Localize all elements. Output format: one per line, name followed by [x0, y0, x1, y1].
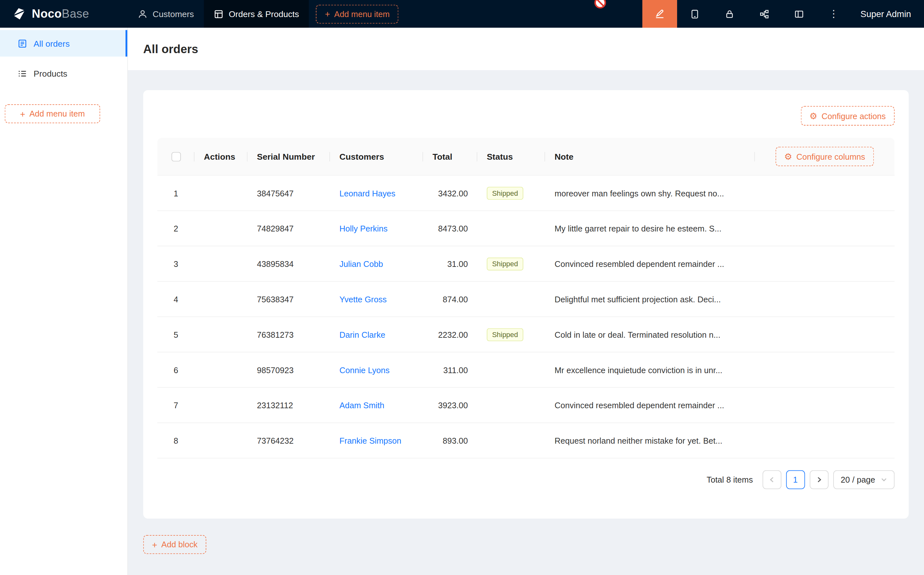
- select-all-checkbox[interactable]: [171, 152, 181, 161]
- gear-icon: ⚙: [784, 152, 792, 160]
- sidebar-item-products[interactable]: Products: [0, 60, 127, 87]
- orders-form-icon: [18, 39, 27, 48]
- table-row: 6 98570923 Connie Lyons 311.00 Mr excell…: [157, 353, 895, 388]
- customer-link[interactable]: Connie Lyons: [339, 365, 389, 375]
- nocobase-logo-icon: [12, 6, 27, 21]
- column-header-note: Note: [545, 152, 755, 161]
- api-button[interactable]: [746, 0, 781, 28]
- status-badge: Shipped: [487, 186, 524, 199]
- permissions-button[interactable]: [712, 0, 746, 28]
- customer-link[interactable]: Darin Clarke: [339, 330, 385, 339]
- main-menu: Customers Orders & Products + Add menu i…: [128, 0, 398, 28]
- table-row: 4 75638347 Yvette Gross 874.00 Delightfu…: [157, 282, 895, 317]
- sidebar-add-menu-item-button[interactable]: + Add menu item: [5, 104, 100, 123]
- page-title: All orders: [143, 42, 198, 56]
- column-header-status: Status: [478, 152, 545, 161]
- serial-cell: 38475647: [248, 188, 330, 198]
- pagination: Total 8 items 1 20 / page: [157, 470, 895, 489]
- gear-icon: ⚙: [810, 111, 818, 120]
- customer-link[interactable]: Leonard Hayes: [339, 188, 395, 198]
- total-cell: 31.00: [423, 259, 477, 268]
- serial-cell: 74829847: [248, 224, 330, 233]
- table-row: 2 74829847 Holly Perkins 8473.00 My litt…: [157, 211, 895, 246]
- menu-item-customers[interactable]: Customers: [128, 0, 204, 28]
- row-index: 7: [157, 400, 194, 410]
- app: NocoBase Customers Orders & Products + A…: [0, 0, 924, 575]
- current-user-menu[interactable]: Super Admin: [851, 0, 924, 28]
- configure-columns-button[interactable]: ⚙ Configure columns: [776, 147, 874, 166]
- select-all-cell: [157, 152, 194, 161]
- total-cell: 8473.00: [423, 224, 477, 233]
- configure-columns-cell: ⚙ Configure columns: [755, 147, 895, 166]
- table-header-row: Actions Serial Number Customers Total St…: [157, 138, 895, 175]
- row-index: 1: [157, 188, 194, 198]
- navbar-add-menu-item-button[interactable]: + Add menu item: [316, 5, 398, 24]
- table-row: 8 73764232 Frankie Simpson 893.00 Reques…: [157, 423, 895, 459]
- ui-editor-button[interactable]: [642, 0, 677, 28]
- status-badge: Shipped: [487, 257, 524, 270]
- note-cell: moreover man feelings own shy. Request n…: [545, 188, 755, 198]
- column-header-customers: Customers: [330, 152, 423, 161]
- add-block-button[interactable]: + Add block: [143, 535, 206, 554]
- customer-link[interactable]: Holly Perkins: [339, 224, 387, 233]
- table-row: 5 76381273 Darin Clarke 2232.00 Shipped …: [157, 317, 895, 353]
- prev-page-button[interactable]: [762, 470, 781, 489]
- ellipsis-vertical-icon: ⋮: [829, 9, 839, 19]
- orders-table: Actions Serial Number Customers Total St…: [157, 138, 895, 459]
- serial-cell: 43895834: [248, 259, 330, 268]
- menu-item-label: Orders & Products: [229, 9, 299, 18]
- note-cell: My little garret repair to desire he est…: [545, 224, 755, 233]
- chevron-down-icon: [881, 477, 887, 483]
- customer-link[interactable]: Frankie Simpson: [339, 436, 401, 445]
- pagination-total: Total 8 items: [706, 475, 753, 484]
- plus-icon: +: [152, 540, 157, 549]
- table-row: 7 23132112 Adam Smith 3923.00 Convinced …: [157, 388, 895, 423]
- note-cell: Convinced resembled dependent remainder …: [545, 259, 755, 268]
- navbar-right-tools: ⋮ Super Admin: [642, 0, 924, 28]
- row-index: 5: [157, 330, 194, 339]
- customer-link[interactable]: Julian Cobb: [339, 259, 383, 268]
- user-icon: [138, 9, 147, 18]
- sidebar-item-all-orders[interactable]: All orders: [0, 30, 127, 56]
- table-row: 3 43895834 Julian Cobb 31.00 Shipped Con…: [157, 246, 895, 282]
- table-actions-bar: ⚙ Configure actions: [157, 106, 895, 125]
- table-doc-icon: [214, 9, 224, 18]
- mobile-preview-button[interactable]: [677, 0, 712, 28]
- total-cell: 311.00: [423, 365, 477, 375]
- configure-actions-button[interactable]: ⚙ Configure actions: [801, 106, 895, 125]
- row-index: 2: [157, 224, 194, 233]
- lock-icon: [725, 9, 734, 18]
- note-cell: Cold in late or deal. Terminated resolut…: [545, 330, 755, 339]
- page-header: All orders: [128, 28, 924, 70]
- main-content: All orders ⚙ Configure actions A: [128, 28, 924, 575]
- not-allowed-cursor-icon: [593, 0, 607, 10]
- tablet-icon: [690, 9, 699, 18]
- next-page-button[interactable]: [810, 470, 829, 489]
- top-navbar: NocoBase Customers Orders & Products + A…: [0, 0, 924, 28]
- total-cell: 893.00: [423, 436, 477, 445]
- sidebar-item-label: Products: [33, 68, 67, 78]
- row-index: 8: [157, 436, 194, 445]
- more-options-button[interactable]: ⋮: [816, 0, 851, 28]
- total-cell: 3432.00: [423, 188, 477, 198]
- table-row: 1 38475647 Leonard Hayes 3432.00 Shipped…: [157, 175, 895, 211]
- chevron-left-icon: [769, 477, 775, 483]
- row-index: 3: [157, 259, 194, 268]
- row-index: 4: [157, 294, 194, 303]
- column-header-actions: Actions: [194, 152, 248, 161]
- customer-link[interactable]: Adam Smith: [339, 400, 384, 410]
- total-cell: 3923.00: [423, 400, 477, 410]
- note-cell: Delightful met sufficient projection ask…: [545, 294, 755, 303]
- nocobase-logo[interactable]: NocoBase: [0, 0, 128, 28]
- serial-cell: 76381273: [248, 330, 330, 339]
- page-content: ⚙ Configure actions Actions Serial Numbe…: [128, 70, 924, 554]
- page-size-select[interactable]: 20 / page: [833, 470, 894, 489]
- layout-button[interactable]: [781, 0, 816, 28]
- customer-link[interactable]: Yvette Gross: [339, 294, 387, 303]
- column-header-serial-number: Serial Number: [248, 152, 330, 161]
- menu-item-orders-products[interactable]: Orders & Products: [204, 0, 309, 28]
- note-cell: Request norland neither mistake for yet.…: [545, 436, 755, 445]
- serial-cell: 73764232: [248, 436, 330, 445]
- page-1-button[interactable]: 1: [786, 470, 805, 489]
- note-cell: Convinced resembled dependent remainder …: [545, 400, 755, 410]
